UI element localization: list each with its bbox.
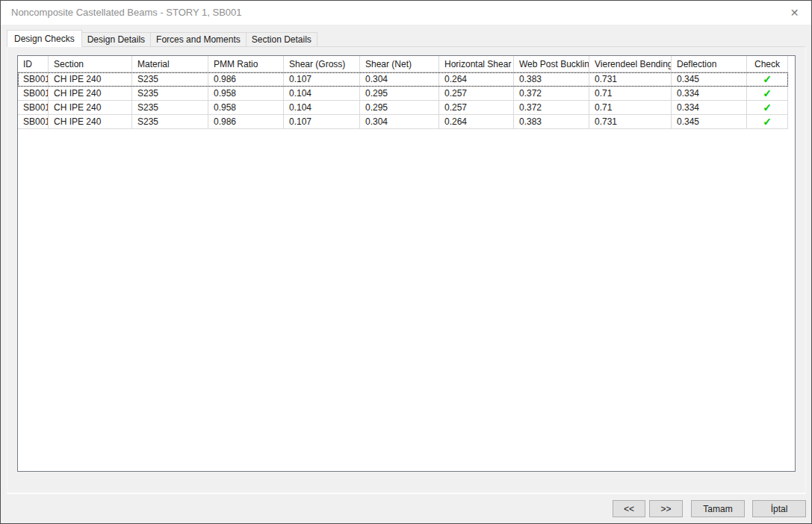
check-pass-icon[interactable]: ✓ [747,87,788,101]
table-cell-web_post_buckling[interactable]: 0.383 [514,115,589,129]
table-cell-pmm_ratio[interactable]: 0.986 [208,72,284,87]
column-header-check[interactable]: Check [747,56,788,72]
column-header-vierendeel_bending[interactable]: Vierendeel Bending [589,56,672,72]
tab-design-checks[interactable]: Design Checks [7,30,82,47]
table-cell-deflection[interactable]: 0.334 [672,101,747,115]
table-cell-section[interactable]: CH IPE 240 [49,101,132,115]
table-cell-pmm_ratio[interactable]: 0.958 [208,87,284,101]
table-cell-vierendeel_bending[interactable]: 0.71 [589,87,672,101]
tab-label: Section Details [252,34,312,45]
column-header-id[interactable]: ID [18,56,49,72]
table-cell-shear_gross[interactable]: 0.104 [284,87,360,101]
table-cell-id[interactable]: SB001... [18,72,49,87]
table-cell-section[interactable]: CH IPE 240 [49,115,132,129]
table-cell-material[interactable]: S235 [132,101,208,115]
table-cell-section[interactable]: CH IPE 240 [49,87,132,101]
table-cell-shear_gross[interactable]: 0.104 [284,101,360,115]
table-cell-shear_gross[interactable]: 0.107 [284,115,360,129]
table-cell-shear_net[interactable]: 0.295 [360,87,439,101]
table-cell-vierendeel_bending[interactable]: 0.731 [589,72,672,87]
table-cell-web_post_buckling[interactable]: 0.372 [514,101,589,115]
table-cell-web_post_buckling[interactable]: 0.383 [514,72,589,87]
table-row[interactable]: SB001...CH IPE 240S2350.9860.1070.3040.2… [18,72,788,87]
table-cell-horizontal_shear[interactable]: 0.257 [439,87,514,101]
tab-section-details[interactable]: Section Details [246,32,317,47]
tab-forces-and-moments[interactable]: Forces and Moments [150,32,247,47]
table-cell-deflection[interactable]: 0.345 [672,72,747,87]
table-cell-horizontal_shear[interactable]: 0.257 [439,101,514,115]
table-cell-section[interactable]: CH IPE 240 [49,72,132,87]
table-cell-horizontal_shear[interactable]: 0.264 [439,72,514,87]
tab-label: Design Details [87,34,145,45]
next-beam-button[interactable]: >> [649,500,683,517]
ok-button[interactable]: Tamam [691,500,745,517]
table-header-row: IDSectionMaterialPMM RatioShear (Gross)S… [18,56,788,72]
table-cell-material[interactable]: S235 [132,115,208,129]
table-cell-material[interactable]: S235 [132,72,208,87]
table-cell-horizontal_shear[interactable]: 0.264 [439,115,514,129]
close-icon: ✕ [790,7,799,18]
table-row[interactable]: SB001...CH IPE 240S2350.9580.1040.2950.2… [18,87,788,101]
table-cell-shear_net[interactable]: 0.304 [360,72,439,87]
table-cell-id[interactable]: SB001... [18,101,49,115]
table-cell-deflection[interactable]: 0.345 [672,115,747,129]
previous-beam-button[interactable]: << [613,500,645,517]
table-row[interactable]: SB001...CH IPE 240S2350.9580.1040.2950.2… [18,101,788,115]
check-pass-icon[interactable]: ✓ [747,72,788,87]
table-row[interactable]: SB001...CH IPE 240S2350.9860.1070.3040.2… [18,115,788,129]
table-cell-shear_net[interactable]: 0.295 [360,101,439,115]
table-cell-shear_gross[interactable]: 0.107 [284,72,360,87]
table-cell-id[interactable]: SB001... [18,87,49,101]
table-cell-deflection[interactable]: 0.334 [672,87,747,101]
column-header-deflection[interactable]: Deflection [672,56,747,72]
column-header-section[interactable]: Section [49,56,132,72]
table-cell-material[interactable]: S235 [132,87,208,101]
column-header-shear_net[interactable]: Shear (Net) [360,56,439,72]
table-cell-vierendeel_bending[interactable]: 0.731 [589,115,672,129]
table-cell-id[interactable]: SB001... [18,115,49,129]
design-checks-tabpane: IDSectionMaterialPMM RatioShear (Gross)S… [7,46,806,494]
design-checks-table: IDSectionMaterialPMM RatioShear (Gross)S… [17,55,796,472]
close-button[interactable]: ✕ [778,1,811,25]
tabstrip: Design Checks Design Details Forces and … [7,30,317,47]
tab-label: Design Checks [14,34,75,44]
check-pass-icon[interactable]: ✓ [747,101,788,115]
cancel-button[interactable]: İptal [752,500,806,517]
table-cell-vierendeel_bending[interactable]: 0.71 [589,101,672,115]
tab-design-details[interactable]: Design Details [81,32,151,47]
column-header-material[interactable]: Material [132,56,208,72]
titlebar: Noncomposite Castellated Beams - STORY 1… [1,1,811,25]
check-pass-icon[interactable]: ✓ [747,115,788,129]
table-cell-shear_net[interactable]: 0.304 [360,115,439,129]
column-header-shear_gross[interactable]: Shear (Gross) [284,56,360,72]
table-cell-pmm_ratio[interactable]: 0.958 [208,101,284,115]
tab-label: Forces and Moments [156,34,241,45]
column-header-horizontal_shear[interactable]: Horizontal Shear [439,56,514,72]
noncomposite-castellated-beams-dialog: Noncomposite Castellated Beams - STORY 1… [0,0,812,524]
table-cell-pmm_ratio[interactable]: 0.986 [208,115,284,129]
table-cell-web_post_buckling[interactable]: 0.372 [514,87,589,101]
column-header-web_post_buckling[interactable]: Web Post Buckling [514,56,589,72]
window-title: Noncomposite Castellated Beams - STORY 1… [11,7,242,18]
column-header-pmm_ratio[interactable]: PMM Ratio [208,56,284,72]
